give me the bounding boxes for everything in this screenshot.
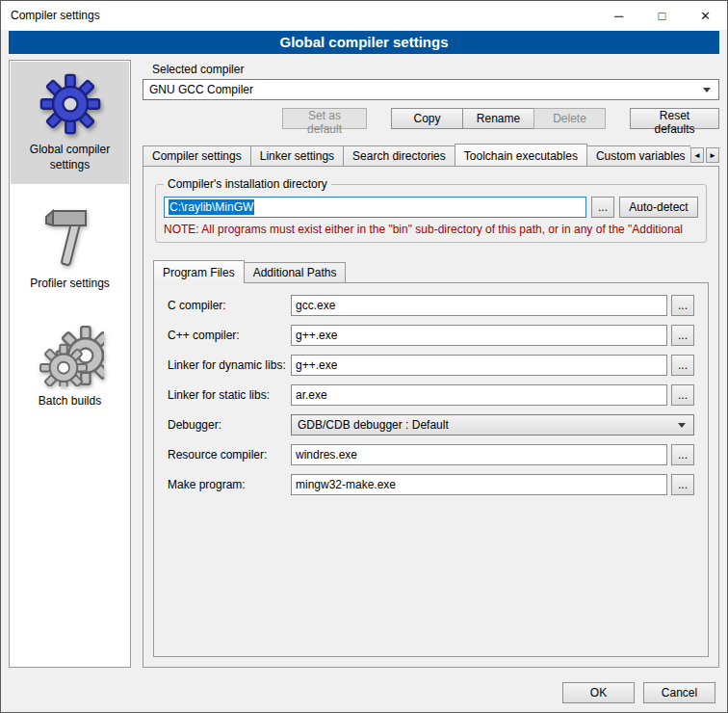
gears-icon — [37, 325, 104, 386]
cancel-button[interactable]: Cancel — [643, 682, 715, 703]
close-icon[interactable]: ✕ — [684, 1, 727, 30]
selected-compiler-value: GNU GCC Compiler — [149, 83, 697, 96]
browse-linker-dynamic-button[interactable]: ... — [671, 355, 694, 376]
titlebar[interactable]: Compiler settings ─ □ ✕ — [1, 1, 727, 30]
window-title: Compiler settings — [1, 9, 100, 22]
resource-compiler-value: windres.exe — [296, 448, 357, 462]
window-controls: ─ □ ✕ — [597, 1, 727, 30]
installation-directory-input[interactable]: C:\raylib\MinGW — [164, 197, 586, 218]
cpp-compiler-value: g++.exe — [296, 329, 337, 342]
tab-custom-variables[interactable]: Custom variables — [586, 145, 690, 166]
c-compiler-label: C compiler: — [168, 299, 291, 312]
linker-dynamic-value: g++.exe — [296, 358, 337, 372]
field-row-make-program: Make program: mingw32-make.exe ... — [168, 474, 694, 495]
sidebar-item-label: Batch builds — [39, 394, 101, 409]
selected-compiler-label: Selected compiler — [152, 63, 719, 76]
settings-tabstrip: Compiler settings Linker settings Search… — [143, 143, 719, 166]
field-row-cpp-compiler: C++ compiler: g++.exe ... — [168, 325, 694, 346]
make-program-label: Make program: — [168, 478, 291, 491]
sidebar-item-label: Global compiler settings — [16, 143, 123, 172]
toolchain-executables-panel: Compiler's installation directory C:\ray… — [143, 166, 719, 668]
delete-button[interactable]: Delete — [533, 108, 606, 129]
cpp-compiler-input[interactable]: g++.exe — [291, 325, 667, 346]
browse-make-program-button[interactable]: ... — [671, 474, 694, 495]
installation-directory-row: C:\raylib\MinGW ... Auto-detect — [164, 197, 698, 218]
tab-compiler-settings[interactable]: Compiler settings — [143, 145, 251, 166]
program-tabs: Program Files Additional Paths — [153, 260, 709, 282]
tab-scroll-left-icon[interactable]: ◄ — [690, 147, 704, 163]
debugger-label: Debugger: — [168, 418, 291, 432]
tab-linker-settings[interactable]: Linker settings — [250, 145, 344, 166]
resource-compiler-input[interactable]: windres.exe — [291, 444, 667, 465]
field-row-linker-static: Linker for static libs: ar.exe ... — [168, 384, 694, 406]
browse-c-compiler-button[interactable]: ... — [671, 295, 694, 316]
dialog-footer: OK Cancel — [1, 673, 727, 712]
dialog-body: Global compiler settings Profiler settin… — [1, 60, 727, 673]
tab-scroll-right-icon[interactable]: ► — [706, 147, 719, 163]
sidebar-item-profiler-settings[interactable]: Profiler settings — [11, 194, 129, 304]
copy-button[interactable]: Copy — [391, 108, 463, 129]
make-program-input[interactable]: mingw32-make.exe — [291, 474, 667, 495]
cpp-compiler-label: C++ compiler: — [168, 329, 291, 342]
compiler-actions: Set as default Copy Rename Delete Reset … — [143, 108, 719, 129]
browse-directory-button[interactable]: ... — [591, 197, 614, 218]
installation-directory-value: C:\raylib\MinGW — [169, 199, 254, 215]
make-program-value: mingw32-make.exe — [296, 478, 396, 491]
sidebar-item-global-compiler-settings[interactable]: Global compiler settings — [11, 62, 129, 184]
debugger-value: GDB/CDB debugger : Default — [298, 418, 672, 432]
program-files-panel: C compiler: gcc.exe ... C++ compiler: g+… — [153, 282, 709, 657]
compiler-settings-window: Compiler settings ─ □ ✕ Global compiler … — [0, 0, 728, 713]
hammer-icon — [42, 205, 98, 269]
page-title: Global compiler settings — [9, 31, 719, 54]
browse-linker-static-button[interactable]: ... — [671, 384, 694, 406]
installation-directory-label: Compiler's installation directory — [164, 177, 331, 191]
gear-icon — [39, 73, 101, 135]
tab-search-directories[interactable]: Search directories — [343, 145, 455, 166]
field-row-debugger: Debugger: GDB/CDB debugger : Default — [168, 414, 694, 436]
linker-dynamic-label: Linker for dynamic libs: — [168, 358, 291, 372]
reset-defaults-button[interactable]: Reset defaults — [630, 108, 719, 129]
browse-cpp-compiler-button[interactable]: ... — [671, 325, 694, 346]
installation-note: NOTE: All programs must exist either in … — [164, 223, 698, 236]
installation-directory-group: Compiler's installation directory C:\ray… — [155, 184, 707, 243]
minimize-icon[interactable]: ─ — [597, 1, 640, 30]
maximize-icon[interactable]: □ — [640, 1, 684, 30]
linker-static-value: ar.exe — [296, 388, 327, 402]
tabs-scroll-area: Compiler settings Linker settings Search… — [143, 143, 690, 166]
browse-resource-compiler-button[interactable]: ... — [671, 444, 694, 465]
main-panel: Selected compiler GNU GCC Compiler Set a… — [143, 60, 719, 668]
field-row-linker-dynamic: Linker for dynamic libs: g++.exe ... — [168, 355, 694, 376]
resource-compiler-label: Resource compiler: — [168, 448, 291, 462]
tab-toolchain-executables[interactable]: Toolchain executables — [455, 144, 587, 166]
chevron-down-icon — [703, 88, 711, 92]
linker-dynamic-input[interactable]: g++.exe — [291, 355, 667, 376]
selected-compiler-select[interactable]: GNU GCC Compiler — [143, 79, 719, 100]
sidebar-item-label: Profiler settings — [30, 277, 110, 292]
linker-static-input[interactable]: ar.exe — [291, 384, 667, 406]
rename-button[interactable]: Rename — [462, 108, 534, 129]
settings-category-list: Global compiler settings Profiler settin… — [9, 60, 131, 668]
linker-static-label: Linker for static libs: — [168, 388, 291, 402]
sidebar-item-batch-builds[interactable]: Batch builds — [11, 313, 129, 421]
tab-scroll-buttons: ◄ ► — [690, 147, 719, 163]
auto-detect-button[interactable]: Auto-detect — [619, 197, 698, 218]
chevron-down-icon — [678, 423, 686, 428]
field-row-c-compiler: C compiler: gcc.exe ... — [168, 295, 694, 316]
ok-button[interactable]: OK — [562, 682, 635, 703]
tab-additional-paths[interactable]: Additional Paths — [244, 262, 347, 282]
field-row-resource-compiler: Resource compiler: windres.exe ... — [168, 444, 694, 465]
c-compiler-input[interactable]: gcc.exe — [291, 295, 667, 316]
c-compiler-value: gcc.exe — [296, 299, 335, 312]
tab-program-files[interactable]: Program Files — [153, 260, 245, 283]
set-as-default-button[interactable]: Set as default — [282, 108, 367, 129]
debugger-select[interactable]: GDB/CDB debugger : Default — [291, 414, 694, 436]
